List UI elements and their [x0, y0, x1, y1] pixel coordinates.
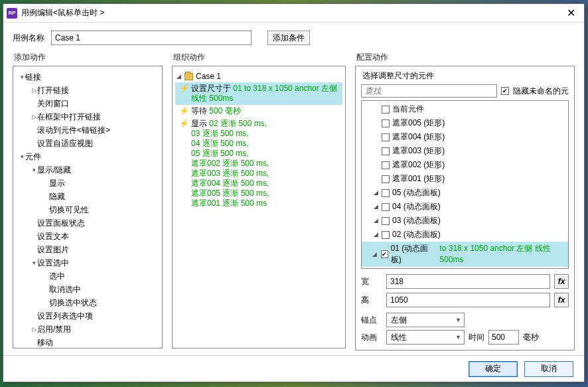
- widget-row[interactable]: 遮罩001 (矩形): [362, 172, 568, 186]
- organize-actions-header: 组织动作: [172, 52, 346, 66]
- tree-item[interactable]: ▷打开链接: [16, 84, 159, 97]
- widget-row[interactable]: 遮罩005 (矩形): [362, 116, 568, 130]
- widget-checkbox[interactable]: [382, 147, 390, 155]
- search-input[interactable]: [361, 84, 497, 98]
- tree-item[interactable]: 选中: [16, 270, 159, 283]
- widget-checkbox[interactable]: [382, 231, 390, 239]
- case-node[interactable]: ◢ Case 1: [175, 70, 342, 82]
- widget-checkbox[interactable]: [382, 161, 390, 169]
- tree-item[interactable]: ▾设置选中: [16, 256, 159, 270]
- widget-label: 遮罩002 (矩形): [392, 159, 445, 171]
- widget-row[interactable]: ◢02 (动态面板): [362, 228, 568, 242]
- tree-item[interactable]: 设置面板状态: [16, 216, 159, 230]
- tree-item-label: 设置文本: [37, 230, 69, 242]
- app-icon: RP: [7, 8, 17, 19]
- widget-label: 当前元件: [392, 104, 424, 115]
- dialog-title: 用例编辑<鼠标单击时 >: [21, 7, 557, 19]
- tree-item[interactable]: ▾元件: [16, 150, 159, 163]
- add-condition-button[interactable]: 添加条件: [267, 31, 310, 45]
- action-item[interactable]: ⚡设置尺寸于 01 to 318 x 1050 anchor 左侧 线性 500…: [175, 82, 342, 105]
- tree-item[interactable]: 切换可见性: [16, 203, 159, 216]
- width-label: 宽: [361, 276, 382, 287]
- widget-label: 遮罩001 (矩形): [392, 173, 445, 185]
- tree-item[interactable]: ▾链接: [16, 70, 159, 84]
- widget-label: 03 (动态面板): [392, 215, 441, 226]
- widget-detail: to 318 x 1050 anchor 左侧 线性 500ms: [439, 243, 565, 266]
- tree-item[interactable]: 取消选中: [16, 283, 159, 296]
- tree-item[interactable]: 移动: [16, 336, 159, 348]
- height-input[interactable]: [386, 293, 550, 307]
- expand-icon[interactable]: ◢: [372, 201, 379, 212]
- widget-label: 04 (动态面板): [392, 201, 441, 212]
- tree-item[interactable]: 显示: [16, 177, 159, 190]
- add-actions-tree[interactable]: ▾链接▷打开链接关闭窗口▷在框架中打开链接滚动到元件<锚链接>设置自适应视图▾元…: [13, 66, 163, 348]
- width-fx-button[interactable]: fx: [554, 274, 569, 289]
- widget-row[interactable]: 当前元件: [362, 102, 568, 116]
- action-detail: 04 逐渐 500 ms,: [191, 139, 249, 148]
- tree-item[interactable]: 滚动到元件<锚链接>: [16, 123, 159, 137]
- tree-expand-icon: ▷: [31, 111, 37, 123]
- expand-icon[interactable]: ◢: [372, 187, 379, 198]
- tree-item[interactable]: ▾显示/隐藏: [16, 163, 159, 177]
- animation-label: 动画: [361, 332, 382, 343]
- anchor-row: 锚点 左侧 ▼: [361, 313, 569, 327]
- tree-item-label: 切换选中状态: [49, 297, 97, 309]
- animation-select[interactable]: 线性 ▼: [386, 330, 465, 345]
- case-name-input[interactable]: [51, 31, 252, 45]
- action-item[interactable]: ⚡等待 500 毫秒: [175, 105, 342, 117]
- widget-row[interactable]: ◢✔01 (动态面板) to 318 x 1050 anchor 左侧 线性 5…: [362, 242, 568, 267]
- time-input[interactable]: [488, 330, 519, 345]
- widget-checkbox[interactable]: ✔: [381, 250, 388, 258]
- widget-checkbox[interactable]: [382, 119, 390, 127]
- columns: 添加动作 ▾链接▷打开链接关闭窗口▷在框架中打开链接滚动到元件<锚链接>设置自适…: [3, 52, 584, 355]
- action-item[interactable]: ⚡显示 02 逐渐 500 ms,03 逐渐 500 ms,04 逐渐 500 …: [175, 117, 342, 210]
- expand-icon[interactable]: ◢: [372, 249, 378, 260]
- widget-row[interactable]: 遮罩002 (矩形): [362, 158, 568, 172]
- tree-item[interactable]: 设置自适应视图: [16, 137, 159, 150]
- widget-checkbox[interactable]: [382, 133, 390, 141]
- height-fx-button[interactable]: fx: [554, 293, 569, 307]
- widget-row[interactable]: 遮罩003 (矩形): [362, 144, 568, 158]
- tree-item[interactable]: 切换选中状态: [16, 296, 159, 309]
- chevron-down-icon: ◢: [177, 73, 183, 80]
- chevron-down-icon: ▼: [455, 317, 461, 323]
- tree-item[interactable]: ▷启用/禁用: [16, 323, 159, 336]
- widget-checkbox[interactable]: [382, 217, 390, 225]
- widget-row[interactable]: ◢03 (动态面板): [362, 214, 568, 228]
- anchor-select[interactable]: 左侧 ▼: [386, 313, 465, 327]
- tree-item[interactable]: 设置图片: [16, 243, 159, 256]
- widget-row[interactable]: ◢04 (动态面板): [362, 200, 568, 214]
- expand-icon[interactable]: ◢: [372, 229, 379, 240]
- anchor-value: 左侧: [391, 315, 407, 326]
- tree-item[interactable]: 设置文本: [16, 230, 159, 243]
- widget-label: 遮罩003 (矩形): [392, 145, 445, 157]
- hide-unnamed-checkbox[interactable]: ✔: [501, 87, 509, 95]
- widget-checkbox[interactable]: [382, 175, 390, 183]
- widget-checkbox[interactable]: [382, 189, 390, 197]
- cancel-button[interactable]: 取消: [524, 361, 573, 377]
- width-input[interactable]: [386, 274, 550, 289]
- tree-item[interactable]: ▷在框架中打开链接: [16, 110, 159, 123]
- widget-row[interactable]: ◢05 (动态面板): [362, 186, 568, 200]
- widget-row[interactable]: 遮罩004 (矩形): [362, 130, 568, 144]
- action-label: 等待: [191, 106, 209, 116]
- expand-icon[interactable]: ◢: [372, 215, 379, 226]
- ok-button[interactable]: 确定: [469, 361, 518, 377]
- tree-item[interactable]: 隐藏: [16, 190, 159, 203]
- configure-action-column: 配置动作 选择调整尺寸的元件 ✔ 隐藏未命名的元 当前元件遮罩005 (矩形)遮…: [355, 52, 575, 348]
- tree-item-label: 启用/禁用: [37, 323, 71, 335]
- widget-checkbox[interactable]: [382, 106, 390, 114]
- height-label: 高: [361, 295, 382, 306]
- tree-item[interactable]: 设置列表选中项: [16, 309, 159, 323]
- tree-item[interactable]: 关闭窗口: [16, 97, 159, 110]
- widget-checkbox[interactable]: [382, 203, 390, 211]
- action-label: 显示: [191, 119, 209, 128]
- close-icon[interactable]: ✕: [557, 4, 584, 23]
- tree-item-label: 选中: [49, 270, 65, 282]
- case-name-row: 用例名称 添加条件: [3, 23, 584, 52]
- tree-expand-icon: ▷: [31, 323, 37, 335]
- lightning-icon: ⚡: [179, 119, 189, 208]
- tree-item-label: 显示/隐藏: [37, 164, 71, 176]
- widget-list[interactable]: 当前元件遮罩005 (矩形)遮罩004 (矩形)遮罩003 (矩形)遮罩002 …: [361, 100, 569, 269]
- widget-label: 遮罩004 (矩形): [392, 131, 445, 143]
